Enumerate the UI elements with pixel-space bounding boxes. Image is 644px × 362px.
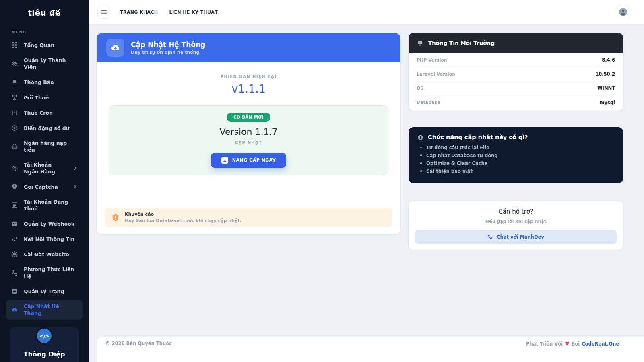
- environment-row-label: Database: [417, 100, 440, 105]
- sidebar: tiêu đề MENU Tổng QuanQuản Lý Thành Viên…: [0, 0, 89, 362]
- sidebar-item-label: Gói Thuê: [24, 94, 49, 101]
- new-version-panel: CÓ BẢN MỚI Version 1.1.7 CẬP NHẬT NÂNG C…: [109, 105, 388, 175]
- link-icon: [11, 235, 18, 243]
- sidebar-item[interactable]: Biến động số dư: [6, 121, 83, 135]
- chevron-right-icon: [73, 184, 78, 189]
- warning-title: Khuyến cáo: [125, 212, 242, 217]
- sidebar-item[interactable]: Cài Đặt Website: [6, 247, 83, 261]
- support-card: Cần hỗ trợ? Nếu gặp lỗi khi cập nhật Cha…: [409, 201, 623, 250]
- sidebar-item[interactable]: Quản Lý Thành Viên: [6, 53, 83, 74]
- download-icon: [221, 157, 228, 164]
- sidebar-item-label: Kết Nối Thông Tin: [24, 236, 74, 243]
- upgrade-now-button[interactable]: NÂNG CẤP NGAY: [211, 153, 286, 168]
- current-version-label: PHIÊN BẢN HIỆN TẠI: [97, 74, 400, 79]
- sidebar-item[interactable]: Tổng Quan: [6, 38, 83, 52]
- features-card: Chức năng cập nhật này có gì? Tự động cấ…: [409, 127, 623, 183]
- message-card-title: Thông Điệp: [14, 350, 74, 358]
- topbar-link-support[interactable]: LIÊN HỆ KỸ THUẬT: [169, 10, 218, 15]
- credit-link[interactable]: CodeRent.One: [582, 341, 619, 347]
- environment-row: PHP Version8.4.6: [417, 53, 615, 67]
- sidebar-item-label: Phương Thức Liên Hệ: [24, 266, 78, 280]
- sidebar-item[interactable]: Tài Khoản Đang Thuê: [6, 195, 83, 215]
- user-avatar-icon: [618, 7, 628, 17]
- environment-row-label: OS: [417, 86, 423, 91]
- topbar-link-guest[interactable]: TRANG KHÁCH: [120, 10, 158, 15]
- features-card-title: Chức năng cập nhật này có gì?: [428, 134, 528, 140]
- footer-copyright: © 2026 Bản Quyền Thuộc: [105, 341, 172, 346]
- sidebar-item[interactable]: Tài Khoản Ngân Hàng: [6, 158, 83, 178]
- users-icon: [11, 165, 18, 172]
- environment-row-label: Laravel Version: [417, 72, 455, 77]
- cloud-update-icon: [106, 39, 124, 57]
- sidebar-item[interactable]: Phương Thức Liên Hệ: [6, 263, 83, 283]
- phone-icon: [487, 234, 493, 240]
- sidebar-message-card: </> Thông Điệp Bạn Cần Mua Code Hay Muốn…: [10, 327, 79, 362]
- webhook-icon: [11, 220, 18, 227]
- timer-icon: [11, 109, 18, 116]
- sidebar-nav: Tổng QuanQuản Lý Thành ViênThông BáoGói …: [0, 38, 89, 320]
- sidebar-item[interactable]: Thuê Cron: [6, 106, 83, 119]
- chat-button[interactable]: Chat với ManhDev: [415, 230, 617, 244]
- menu-section-label: MENU: [11, 30, 89, 34]
- update-card-title: Cập Nhật Hệ Thống: [131, 41, 205, 49]
- sidebar-item-label: Tổng Quan: [24, 42, 54, 49]
- topbar: TRANG KHÁCH LIÊN HỆ KỸ THUẬT: [89, 0, 644, 25]
- credit-mid: Bởi: [572, 341, 580, 347]
- update-card-heading: Cập Nhật Hệ Thống Duy trì sự ổn định hệ …: [131, 41, 205, 55]
- phone-icon: [11, 269, 18, 276]
- sidebar-item-label: Ngân hàng nạp tiền: [24, 140, 78, 153]
- sidebar-item[interactable]: Kết Nối Thông Tin: [6, 232, 83, 246]
- sidebar-item-label: Thuê Cron: [24, 109, 53, 116]
- sidebar-item-label: Thông Báo: [24, 79, 54, 86]
- warning-texts: Khuyến cáo Hãy Sao lưu Database trước kh…: [125, 212, 242, 223]
- sidebar-item-label: Biến động số dư: [24, 125, 70, 132]
- sidebar-item[interactable]: Gói Captcha: [6, 180, 83, 193]
- sidebar-item[interactable]: Thông Báo: [6, 75, 83, 89]
- users-icon: [11, 60, 18, 67]
- environment-row-value: mysql: [600, 100, 615, 105]
- warning-banner: Khuyến cáo Hãy Sao lưu Database trước kh…: [105, 208, 392, 227]
- sidebar-item[interactable]: Quản Lý Trang: [6, 284, 83, 298]
- sidebar-item-label: Quản Lý Webhook: [24, 220, 74, 227]
- sidebar-item[interactable]: Ngân hàng nạp tiền: [6, 136, 83, 156]
- sidebar-item-label: Cập Nhật Hệ Thống: [24, 303, 78, 317]
- main-content: Cập Nhật Hệ Thống Duy trì sự ổn định hệ …: [89, 25, 644, 250]
- warning-shield-icon: [111, 213, 120, 222]
- right-column: Thông Tin Môi Trường PHP Version8.4.6Lar…: [409, 33, 623, 250]
- environment-row-value: 8.4.6: [602, 57, 615, 63]
- environment-row: Laravel Version10.50.2: [417, 67, 615, 81]
- code-icon: </>: [35, 327, 53, 345]
- environment-card-header: Thông Tin Môi Trường: [409, 33, 623, 53]
- shield-icon: [11, 183, 18, 190]
- sidebar-item-label: Quản Lý Thành Viên: [24, 57, 78, 70]
- new-version-badge: CÓ BẢN MỚI: [227, 113, 270, 122]
- bell-icon: [11, 78, 18, 86]
- environment-row-value: 10.50.2: [595, 71, 615, 77]
- topbar-links: TRANG KHÁCH LIÊN HỆ KỸ THUẬT: [120, 10, 218, 15]
- upgrade-button-label: NÂNG CẤP NGAY: [232, 158, 276, 163]
- system-update-card: Cập Nhật Hệ Thống Duy trì sự ổn định hệ …: [97, 33, 400, 234]
- sidebar-item[interactable]: Quản Lý Webhook: [6, 217, 83, 230]
- update-card-subtitle: Duy trì sự ổn định hệ thống: [131, 50, 205, 55]
- update-card-body: PHIÊN BẢN HIỆN TẠI v1.1.1 CÓ BẢN MỚI Ver…: [97, 62, 400, 227]
- environment-row-label: PHP Version: [417, 58, 447, 63]
- sidebar-item-label: Gói Captcha: [24, 183, 58, 190]
- bank-icon: [11, 143, 18, 150]
- sidebar-item[interactable]: Cập Nhật Hệ Thống: [6, 300, 83, 320]
- sidebar-item[interactable]: Gói Thuê: [6, 90, 83, 104]
- gear-icon: [11, 251, 18, 258]
- sidebar-item-label: Tài Khoản Đang Thuê: [24, 198, 78, 212]
- environment-card: Thông Tin Môi Trường PHP Version8.4.6Lar…: [409, 33, 623, 111]
- chat-button-label: Chat với ManhDev: [497, 234, 544, 240]
- avatar-button[interactable]: [616, 5, 630, 19]
- hamburger-button[interactable]: [97, 6, 110, 19]
- cloud-update-icon: [11, 306, 18, 313]
- support-card-subtitle: Nếu gặp lỗi khi cập nhật: [415, 219, 617, 224]
- new-version-caption: CẬP NHẬT: [109, 140, 388, 145]
- app-title: tiêu đề: [0, 8, 89, 18]
- sidebar-item-label: Cài Đặt Website: [24, 251, 69, 258]
- feature-item: Optimize & Clear Cache: [420, 161, 614, 166]
- feature-item: Cập nhật Database tự động: [420, 153, 614, 158]
- features-card-header: Chức năng cập nhật này có gì?: [417, 134, 614, 140]
- monitor-icon: [417, 40, 423, 47]
